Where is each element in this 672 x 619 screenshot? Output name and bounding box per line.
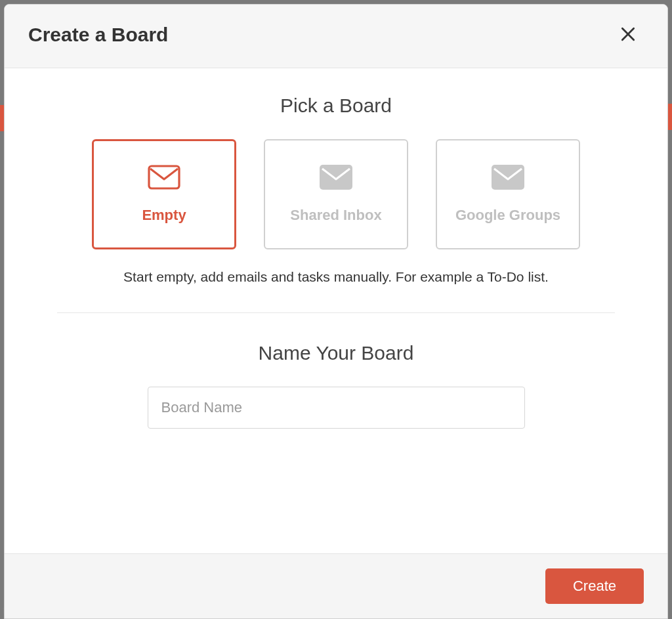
option-label: Empty bbox=[142, 207, 186, 224]
option-description: Start empty, add emails and tasks manual… bbox=[57, 269, 615, 285]
option-label: Shared Inbox bbox=[290, 207, 381, 224]
name-board-heading: Name Your Board bbox=[57, 342, 615, 364]
modal-footer: Create bbox=[5, 553, 667, 618]
background-accent-right bbox=[668, 104, 672, 130]
pick-board-heading: Pick a Board bbox=[57, 95, 615, 117]
section-divider bbox=[57, 312, 615, 313]
modal-header: Create a Board bbox=[5, 5, 667, 68]
option-google-groups[interactable]: Google Groups bbox=[436, 139, 580, 249]
envelope-icon bbox=[148, 165, 180, 192]
option-label: Google Groups bbox=[455, 207, 560, 224]
svg-rect-3 bbox=[320, 165, 352, 190]
create-board-modal: Create a Board Pick a Board Empty bbox=[4, 4, 668, 619]
modal-body: Pick a Board Empty Shar bbox=[5, 68, 667, 553]
envelope-icon bbox=[492, 165, 524, 192]
option-shared-inbox[interactable]: Shared Inbox bbox=[264, 139, 408, 249]
create-button[interactable]: Create bbox=[545, 568, 644, 604]
envelope-icon bbox=[320, 165, 352, 192]
close-button[interactable] bbox=[615, 22, 641, 48]
board-name-input[interactable] bbox=[148, 387, 525, 429]
option-empty[interactable]: Empty bbox=[92, 139, 236, 249]
svg-rect-4 bbox=[492, 165, 524, 190]
close-icon bbox=[620, 26, 637, 45]
modal-title: Create a Board bbox=[28, 24, 168, 46]
board-type-options: Empty Shared Inbox Goo bbox=[57, 139, 615, 249]
svg-rect-2 bbox=[149, 166, 179, 188]
